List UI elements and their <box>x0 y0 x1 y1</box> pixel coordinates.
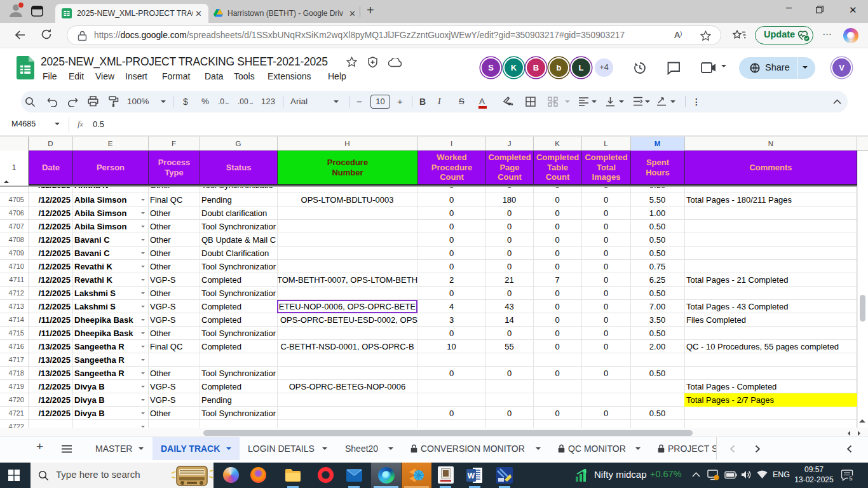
svg-text:5: 5 <box>849 475 852 482</box>
svg-text:W: W <box>468 471 475 480</box>
